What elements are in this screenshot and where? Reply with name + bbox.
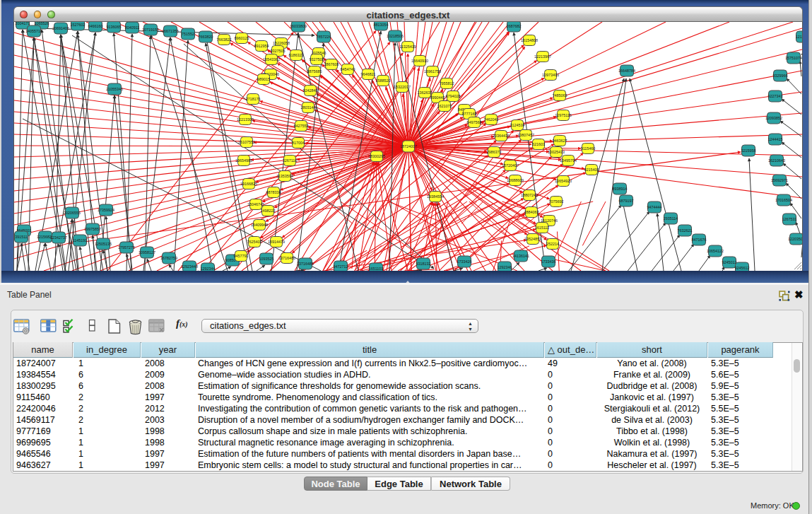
- svg-text:16914479: 16914479: [268, 240, 285, 244]
- svg-text:7632621: 7632621: [678, 228, 693, 233]
- svg-text:2867608: 2867608: [324, 62, 339, 66]
- svg-text:2884067: 2884067: [524, 210, 539, 214]
- svg-text:7462042: 7462042: [484, 117, 499, 122]
- svg-text:16107552: 16107552: [238, 140, 255, 144]
- svg-text:7955812: 7955812: [440, 81, 454, 86]
- svg-text:1212711: 1212711: [796, 35, 802, 39]
- svg-text:13524851: 13524851: [524, 237, 541, 241]
- svg-text:1244415: 1244415: [768, 137, 783, 141]
- svg-text:9227343: 9227343: [768, 94, 783, 98]
- svg-text:19975857: 19975857: [84, 227, 101, 231]
- svg-text:1065526: 1065526: [35, 22, 49, 25]
- svg-text:13716485: 13716485: [297, 262, 314, 266]
- svg-text:16120746: 16120746: [541, 218, 558, 223]
- svg-text:989015: 989015: [257, 77, 270, 81]
- svg-text:11325419: 11325419: [399, 45, 416, 49]
- svg-text:3124534: 3124534: [510, 123, 525, 127]
- svg-text:8912954: 8912954: [254, 44, 269, 48]
- svg-text:12213309: 12213309: [237, 117, 254, 122]
- svg-text:14136141: 14136141: [512, 254, 529, 258]
- svg-text:12923448: 12923448: [181, 264, 198, 269]
- svg-text:1615112: 1615112: [535, 226, 550, 230]
- svg-text:9327505: 9327505: [271, 49, 286, 53]
- svg-text:8471676: 8471676: [692, 238, 707, 242]
- svg-text:19166825: 19166825: [240, 182, 257, 186]
- svg-text:2004171: 2004171: [16, 22, 30, 25]
- svg-text:9245612: 9245612: [735, 266, 750, 270]
- svg-text:7625402: 7625402: [247, 240, 262, 244]
- svg-text:10654122: 10654122: [707, 249, 724, 253]
- svg-text:1651101: 1651101: [369, 267, 384, 271]
- svg-text:9215400: 9215400: [584, 168, 599, 172]
- svg-text:15720407: 15720407: [502, 163, 519, 168]
- svg-text:1292344: 1292344: [201, 267, 216, 271]
- svg-text:21055346: 21055346: [106, 87, 123, 91]
- svg-text:20206555: 20206555: [64, 211, 81, 215]
- svg-text:12093852: 12093852: [765, 116, 782, 120]
- svg-text:9329966: 9329966: [773, 74, 788, 78]
- svg-text:1145191: 1145191: [73, 238, 88, 243]
- svg-text:19384554: 19384554: [427, 194, 444, 199]
- svg-text:13495794: 13495794: [560, 158, 577, 163]
- svg-text:8960125: 8960125: [235, 36, 249, 40]
- svg-text:16154808: 16154808: [521, 38, 538, 42]
- svg-text:391511: 391511: [15, 235, 28, 239]
- svg-text:10025433: 10025433: [548, 150, 565, 154]
- svg-text:16409948: 16409948: [251, 223, 268, 227]
- svg-text:817004: 817004: [292, 141, 305, 145]
- svg-text:3267110: 3267110: [283, 158, 298, 163]
- svg-text:9777169: 9777169: [462, 112, 477, 116]
- svg-text:7663820: 7663820: [199, 35, 213, 39]
- svg-text:18724007: 18724007: [400, 144, 417, 148]
- svg-text:9457791: 9457791: [234, 254, 249, 258]
- svg-text:8186323: 8186323: [289, 53, 304, 57]
- svg-text:16033809: 16033809: [290, 24, 307, 28]
- svg-text:3875685: 3875685: [307, 69, 322, 74]
- svg-text:1733426: 1733426: [457, 259, 472, 264]
- svg-text:2803144: 2803144: [301, 105, 316, 110]
- svg-text:8813054: 8813054: [374, 23, 389, 27]
- svg-text:16210643: 16210643: [768, 158, 785, 163]
- svg-text:9115460: 9115460: [581, 146, 596, 151]
- svg-text:1588520: 1588520: [376, 78, 391, 83]
- svg-text:16961758: 16961758: [424, 69, 441, 74]
- svg-text:20364436: 20364436: [493, 134, 510, 138]
- svg-text:751552: 751552: [182, 32, 194, 36]
- svg-text:16648784: 16648784: [618, 69, 635, 73]
- svg-text:17359924: 17359924: [98, 208, 114, 212]
- svg-text:9474444: 9474444: [647, 205, 662, 209]
- svg-text:6466160: 6466160: [88, 24, 103, 28]
- svg-text:8427552: 8427552: [294, 124, 309, 128]
- svg-text:15226058: 15226058: [273, 41, 290, 45]
- svg-text:2935114: 2935114: [664, 216, 678, 221]
- svg-text:9318132: 9318132: [416, 262, 431, 266]
- svg-text:10688609: 10688609: [507, 178, 524, 182]
- svg-text:9245012: 9245012: [722, 260, 737, 264]
- svg-text:16782759: 16782759: [160, 256, 177, 260]
- svg-text:8040911: 8040911: [125, 25, 140, 30]
- svg-text:16671355: 16671355: [162, 29, 179, 33]
- svg-text:9472712: 9472712: [334, 264, 348, 269]
- svg-text:9646821: 9646821: [361, 72, 376, 76]
- svg-text:16543362: 16543362: [263, 57, 280, 62]
- svg-text:10973493: 10973493: [542, 73, 559, 77]
- svg-text:6794028: 6794028: [446, 94, 461, 98]
- svg-text:8878334: 8878334: [266, 190, 281, 194]
- svg-text:10719155: 10719155: [142, 28, 159, 32]
- svg-text:12213967: 12213967: [534, 54, 551, 59]
- svg-text:6879197: 6879197: [619, 199, 634, 203]
- svg-text:20691406: 20691406: [52, 26, 69, 30]
- svg-text:2687682: 2687682: [507, 24, 522, 28]
- svg-text:15322037: 15322037: [394, 85, 411, 89]
- svg-text:1362635: 1362635: [418, 90, 433, 95]
- svg-text:8990443: 8990443: [430, 95, 445, 100]
- svg-text:14055714: 14055714: [25, 29, 42, 33]
- svg-text:12203504: 12203504: [788, 237, 802, 241]
- svg-text:16640910: 16640910: [411, 59, 428, 63]
- svg-text:9136065: 9136065: [107, 25, 122, 29]
- svg-text:1527602: 1527602: [71, 23, 86, 27]
- svg-text:6497568: 6497568: [467, 120, 482, 124]
- svg-text:7075692: 7075692: [549, 199, 564, 204]
- svg-text:13716480: 13716480: [278, 256, 295, 260]
- svg-text:2718176: 2718176: [246, 97, 261, 101]
